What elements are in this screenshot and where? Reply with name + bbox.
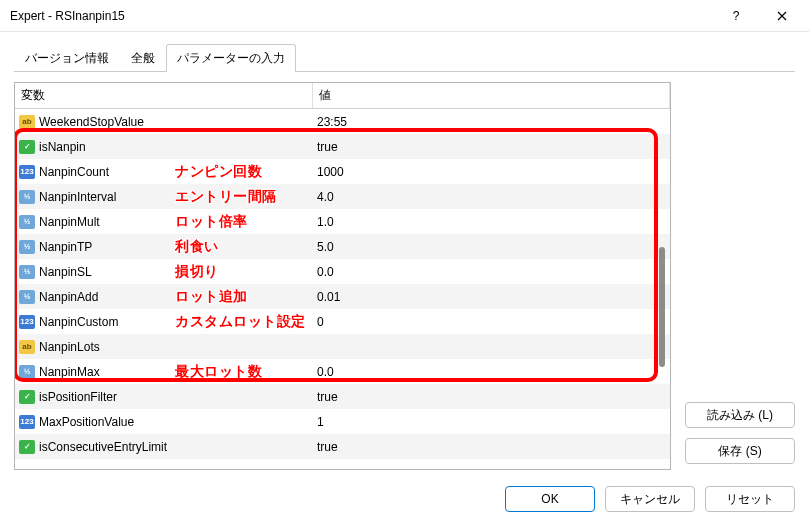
value-cell[interactable]: 1000 xyxy=(313,163,670,181)
tab-strip: バージョン情報 全般 パラメーターの入力 xyxy=(14,44,795,72)
ab-type-icon: ab xyxy=(19,115,35,129)
variable-cell: abNanpinLots xyxy=(15,338,313,356)
right-column: 読み込み (L) 保存 (S) xyxy=(685,82,795,470)
table-row[interactable]: ½NanpinAddロット追加0.01 xyxy=(15,284,670,309)
variable-cell: ✓isNanpin xyxy=(15,138,313,156)
ab-type-icon: ab xyxy=(19,340,35,354)
annotation-label: カスタムロット設定 xyxy=(175,313,306,331)
close-icon xyxy=(777,11,787,21)
value-cell[interactable]: 0.0 xyxy=(313,363,670,381)
table-row[interactable]: ½NanpinMax最大ロット数0.0 xyxy=(15,359,670,384)
scrollbar-thumb[interactable] xyxy=(659,247,665,367)
reset-button[interactable]: リセット xyxy=(705,486,795,512)
variable-name: NanpinAdd xyxy=(39,290,98,304)
123-type-icon: 123 xyxy=(19,165,35,179)
tab-version[interactable]: バージョン情報 xyxy=(14,44,120,72)
table-row[interactable]: 123MaxPositionValue1 xyxy=(15,409,670,434)
variable-name: NanpinLots xyxy=(39,340,100,354)
variable-name: isPositionFilter xyxy=(39,390,117,404)
column-header-variable[interactable]: 変数 xyxy=(15,83,313,108)
vz-type-icon: ½ xyxy=(19,365,35,379)
value-cell[interactable]: 0.0 xyxy=(313,263,670,281)
annotation-label: ロット追加 xyxy=(175,288,248,306)
table-row[interactable]: ½NanpinIntervalエントリー間隔4.0 xyxy=(15,184,670,209)
tab-general[interactable]: 全般 xyxy=(120,44,166,72)
table-row[interactable]: 123NanpinCountナンピン回数1000 xyxy=(15,159,670,184)
vz-type-icon: ½ xyxy=(19,290,35,304)
value-cell[interactable]: 23:55 xyxy=(313,113,670,131)
variable-name: isConsecutiveEntryLimit xyxy=(39,440,167,454)
annotation-label: 最大ロット数 xyxy=(175,363,262,381)
load-button[interactable]: 読み込み (L) xyxy=(685,402,795,428)
vz-type-icon: ½ xyxy=(19,215,35,229)
body-row: 変数 値 abWeekendStopValue23:55✓isNanpintru… xyxy=(14,82,795,470)
table-row[interactable]: ✓isConsecutiveEntryLimittrue xyxy=(15,434,670,459)
123-type-icon: 123 xyxy=(19,415,35,429)
close-button[interactable] xyxy=(759,0,805,32)
value-cell[interactable]: true xyxy=(313,388,670,406)
table-body: abWeekendStopValue23:55✓isNanpintrue123N… xyxy=(15,109,670,459)
variable-name: NanpinCustom xyxy=(39,315,118,329)
table-row[interactable]: ½NanpinMultロット倍率1.0 xyxy=(15,209,670,234)
variable-cell: ½NanpinTP利食い xyxy=(15,238,313,256)
value-cell[interactable]: 5.0 xyxy=(313,238,670,256)
bool-type-icon: ✓ xyxy=(19,140,35,154)
vz-type-icon: ½ xyxy=(19,265,35,279)
variable-name: NanpinCount xyxy=(39,165,109,179)
variable-cell: ½NanpinAddロット追加 xyxy=(15,288,313,306)
dialog-content: バージョン情報 全般 パラメーターの入力 変数 値 abWeekendStopV… xyxy=(0,32,809,480)
value-cell[interactable]: true xyxy=(313,138,670,156)
table-row[interactable]: ½NanpinTP利食い5.0 xyxy=(15,234,670,259)
table-row[interactable]: ✓isNanpintrue xyxy=(15,134,670,159)
variable-cell: 123NanpinCountナンピン回数 xyxy=(15,163,313,181)
annotation-label: 損切り xyxy=(175,263,219,281)
variable-name: NanpinMax xyxy=(39,365,100,379)
window-titlebar: Expert - RSInanpin15 ? xyxy=(0,0,809,32)
save-button[interactable]: 保存 (S) xyxy=(685,438,795,464)
vz-type-icon: ½ xyxy=(19,190,35,204)
table-row[interactable]: 123NanpinCustomカスタムロット設定0 xyxy=(15,309,670,334)
value-cell[interactable]: 4.0 xyxy=(313,188,670,206)
variable-cell: 123MaxPositionValue xyxy=(15,413,313,431)
value-cell[interactable] xyxy=(313,345,670,349)
variable-name: NanpinMult xyxy=(39,215,100,229)
variable-name: isNanpin xyxy=(39,140,86,154)
dialog-footer: OK キャンセル リセット xyxy=(0,480,809,513)
value-cell[interactable]: true xyxy=(313,438,670,456)
variable-name: NanpinInterval xyxy=(39,190,116,204)
parameter-table: 変数 値 abWeekendStopValue23:55✓isNanpintru… xyxy=(14,82,671,470)
table-row[interactable]: abWeekendStopValue23:55 xyxy=(15,109,670,134)
annotation-label: ロット倍率 xyxy=(175,213,248,231)
variable-cell: ✓isPositionFilter xyxy=(15,388,313,406)
window-title: Expert - RSInanpin15 xyxy=(10,9,713,23)
value-cell[interactable]: 0 xyxy=(313,313,670,331)
table-row[interactable]: ½NanpinSL損切り0.0 xyxy=(15,259,670,284)
variable-cell: ½NanpinMultロット倍率 xyxy=(15,213,313,231)
bool-type-icon: ✓ xyxy=(19,440,35,454)
column-header-value[interactable]: 値 xyxy=(313,83,670,108)
variable-name: NanpinTP xyxy=(39,240,92,254)
value-cell[interactable]: 1 xyxy=(313,413,670,431)
help-button[interactable]: ? xyxy=(713,0,759,32)
variable-name: MaxPositionValue xyxy=(39,415,134,429)
variable-name: WeekendStopValue xyxy=(39,115,144,129)
left-column: 変数 値 abWeekendStopValue23:55✓isNanpintru… xyxy=(14,82,671,470)
annotation-label: エントリー間隔 xyxy=(175,188,277,206)
annotation-label: 利食い xyxy=(175,238,219,256)
table-header: 変数 値 xyxy=(15,83,670,109)
variable-cell: 123NanpinCustomカスタムロット設定 xyxy=(15,313,313,331)
vz-type-icon: ½ xyxy=(19,240,35,254)
vertical-scrollbar[interactable] xyxy=(656,107,668,467)
table-row[interactable]: abNanpinLots xyxy=(15,334,670,359)
value-cell[interactable]: 1.0 xyxy=(313,213,670,231)
variable-cell: abWeekendStopValue xyxy=(15,113,313,131)
variable-cell: ½NanpinSL損切り xyxy=(15,263,313,281)
value-cell[interactable]: 0.01 xyxy=(313,288,670,306)
variable-name: NanpinSL xyxy=(39,265,92,279)
tab-parameters[interactable]: パラメーターの入力 xyxy=(166,44,296,72)
ok-button[interactable]: OK xyxy=(505,486,595,512)
variable-cell: ½NanpinIntervalエントリー間隔 xyxy=(15,188,313,206)
cancel-button[interactable]: キャンセル xyxy=(605,486,695,512)
table-row[interactable]: ✓isPositionFiltertrue xyxy=(15,384,670,409)
help-icon: ? xyxy=(733,9,740,23)
